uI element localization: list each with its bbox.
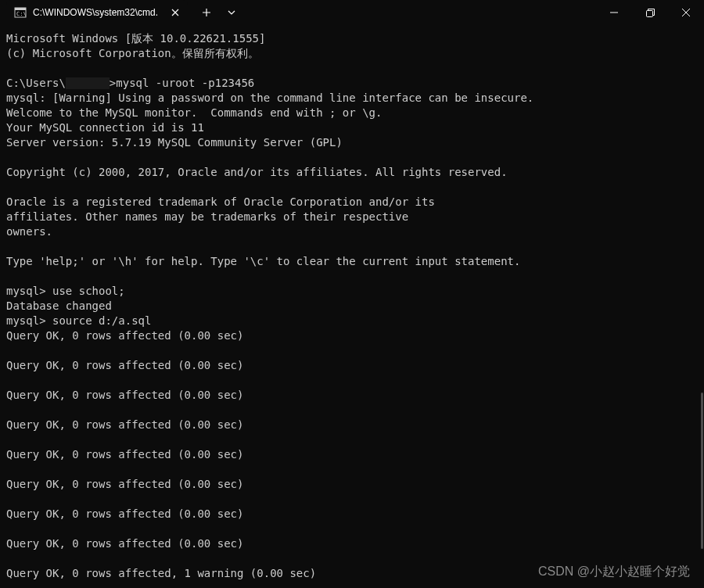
terminal-line: Oracle is a registered trademark of Orac… <box>6 195 698 210</box>
terminal-line: Query OK, 0 rows affected, 1 warning (0.… <box>6 566 698 581</box>
scrollbar-thumb[interactable] <box>701 393 703 549</box>
svg-rect-3 <box>646 10 652 16</box>
terminal-line: mysql> use school; <box>6 284 698 299</box>
svg-rect-1 <box>15 8 26 10</box>
terminal-line: Welcome to the MySQL monitor. Commands e… <box>6 106 698 120</box>
terminal-line <box>6 343 698 358</box>
terminal-line: Server version: 5.7.19 MySQL Community S… <box>6 135 698 150</box>
terminal-line <box>6 432 698 447</box>
terminal-line: Query OK, 0 rows affected (0.00 sec) <box>6 388 698 403</box>
terminal-line: Query OK, 0 rows affected (0.00 sec) <box>6 536 698 551</box>
tab-dropdown-button[interactable] <box>219 0 244 25</box>
tab-title: C:\WINDOWS\system32\cmd. <box>33 7 163 18</box>
svg-text:C:\: C:\ <box>16 11 27 17</box>
terminal-line: Your MySQL connection id is 11 <box>6 120 698 135</box>
terminal-line <box>6 61 698 76</box>
close-button[interactable] <box>668 0 704 25</box>
terminal-line: affiliates. Other names may be trademark… <box>6 210 698 224</box>
terminal-line: Query OK, 0 rows affected (0.00 sec) <box>6 358 698 373</box>
terminal-line: Query OK, 0 rows affected (0.00 sec) <box>6 418 698 432</box>
terminal-line <box>6 522 698 536</box>
window-controls <box>596 0 704 25</box>
terminal-line: mysql: [Warning] Using a password on the… <box>6 91 698 106</box>
terminal-line <box>6 462 698 477</box>
terminal-line: Query OK, 0 rows affected (0.00 sec) <box>6 507 698 522</box>
terminal-line <box>6 239 698 254</box>
terminal-line: Query OK, 0 rows affected (0.00 sec) <box>6 477 698 492</box>
terminal-line: Type 'help;' or '\h' for help. Type '\c'… <box>6 254 698 269</box>
terminal-line: Database changed <box>6 299 698 314</box>
terminal-line <box>6 492 698 507</box>
terminal-line: Copyright (c) 2000, 2017, Oracle and/or … <box>6 165 698 180</box>
terminal-line: owners. <box>6 224 698 239</box>
terminal-line: Microsoft Windows [版本 10.0.22621.1555] <box>6 31 698 46</box>
terminal-line <box>6 373 698 388</box>
scrollbar[interactable] <box>696 25 704 588</box>
maximize-button[interactable] <box>632 0 668 25</box>
terminal-line <box>6 269 698 284</box>
terminal-line: Query OK, 0 rows affected (0.00 sec) <box>6 447 698 462</box>
terminal-line: C:\Users\>mysql -uroot -p123456 <box>6 76 698 91</box>
terminal-line <box>6 403 698 418</box>
terminal-output[interactable]: Microsoft Windows [版本 10.0.22621.1555](c… <box>0 25 704 588</box>
terminal-line: (c) Microsoft Corporation。保留所有权利。 <box>6 46 698 61</box>
titlebar-drag-area[interactable] <box>244 0 596 25</box>
terminal-line <box>6 180 698 195</box>
tab-close-button[interactable] <box>169 6 181 19</box>
minimize-button[interactable] <box>596 0 632 25</box>
cmd-icon: C:\ <box>14 6 27 19</box>
titlebar: C:\ C:\WINDOWS\system32\cmd. <box>0 0 704 25</box>
terminal-line <box>6 150 698 165</box>
redacted-username <box>66 77 110 89</box>
new-tab-button[interactable] <box>194 0 219 25</box>
terminal-line <box>6 551 698 566</box>
terminal-line: mysql> source d:/a.sql <box>6 314 698 328</box>
terminal-line: Query OK, 0 rows affected (0.00 sec) <box>6 328 698 343</box>
terminal-tab[interactable]: C:\ C:\WINDOWS\system32\cmd. <box>6 0 188 25</box>
